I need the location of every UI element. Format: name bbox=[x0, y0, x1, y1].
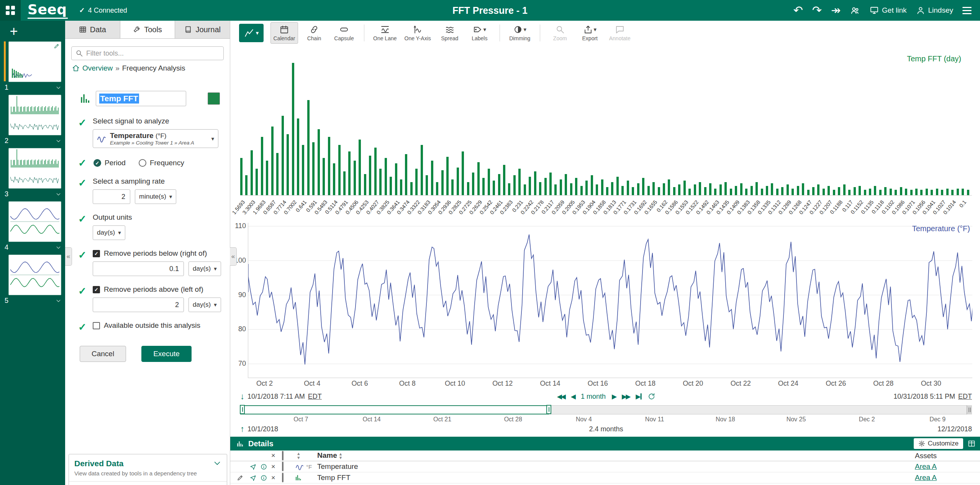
timeline-left-handle[interactable] bbox=[240, 405, 245, 414]
step-to-end-button[interactable]: ▶ bbox=[636, 393, 641, 401]
radio-frequency[interactable]: Frequency bbox=[139, 159, 184, 167]
timeline-end-grip[interactable] bbox=[967, 405, 972, 414]
redo-icon[interactable]: ↷ bbox=[812, 5, 822, 16]
sampling-unit-dropdown[interactable]: minute(s)▾ bbox=[135, 189, 176, 204]
sort-icon[interactable]: ▴▾ bbox=[297, 452, 300, 460]
color-swatch[interactable] bbox=[208, 92, 220, 105]
details-table-row[interactable]: ×Temp FFTArea A bbox=[230, 472, 980, 483]
chevron-down-icon[interactable] bbox=[56, 245, 61, 250]
details-table-row[interactable]: ×°FTemperatureArea A bbox=[230, 461, 980, 472]
checkbox-checked-icon[interactable]: ✓ bbox=[93, 286, 100, 293]
toolbar-capsule-button[interactable]: Capsule bbox=[330, 22, 358, 44]
remove-above-unit-dropdown[interactable]: day(s)▾ bbox=[188, 298, 221, 312]
derived-data-item[interactable]: Temp FFT bbox=[69, 481, 227, 485]
jump-to-icon[interactable] bbox=[250, 464, 256, 470]
cancel-button[interactable]: Cancel bbox=[80, 346, 126, 362]
jump-to-icon[interactable] bbox=[250, 475, 256, 481]
home-icon[interactable] bbox=[72, 64, 80, 72]
add-worksheet-button[interactable]: + bbox=[8, 25, 20, 38]
temperature-chart[interactable]: Temperature (°F) 110100908070 Oct 2Oct 4… bbox=[230, 223, 972, 388]
temperature-plot-area[interactable]: Temperature (°F) 110100908070 bbox=[248, 223, 972, 378]
toolbar-chain-button[interactable]: Chain bbox=[300, 22, 328, 44]
tab-tools[interactable]: Tools bbox=[120, 21, 175, 38]
range-start-timezone-link[interactable]: EDT bbox=[308, 393, 322, 401]
info-icon[interactable] bbox=[261, 475, 267, 481]
toolbar-annotate-button[interactable]: Annotate bbox=[606, 22, 634, 44]
collapse-tools-panel-handle[interactable]: « bbox=[230, 247, 237, 266]
step-forward-much-button[interactable]: ▶▶ bbox=[622, 393, 629, 401]
collapse-thumbstrip-handle[interactable]: « bbox=[65, 247, 72, 266]
toolbar-dimming-button[interactable]: ▾ Dimming bbox=[506, 22, 534, 44]
toolbar-spread-button[interactable]: Spread bbox=[436, 22, 464, 44]
assets-column-header[interactable]: Assets bbox=[915, 452, 969, 460]
worksheet-thumbnail[interactable] bbox=[8, 201, 61, 242]
table-view-icon[interactable] bbox=[968, 440, 975, 447]
breadcrumb-overview[interactable]: Overview bbox=[82, 64, 113, 72]
checkbox-unchecked-icon[interactable] bbox=[93, 322, 100, 329]
app-launcher-button[interactable] bbox=[0, 0, 21, 21]
tool-name-input[interactable]: Temp FFT bbox=[96, 91, 187, 106]
user-menu[interactable]: Lindsey bbox=[916, 6, 954, 15]
signal-select[interactable]: Temperature (°F) Example » Cooling Tower… bbox=[93, 129, 218, 148]
remove-above-checkbox-row[interactable]: ✓ Remove periods above (left of) bbox=[93, 285, 221, 294]
fft-plot-area[interactable] bbox=[240, 63, 972, 196]
worksheet-thumbnail[interactable] bbox=[8, 255, 61, 295]
chevron-down-icon[interactable] bbox=[56, 298, 61, 304]
users-icon[interactable] bbox=[850, 5, 860, 15]
row-checkbox[interactable] bbox=[282, 462, 284, 471]
chevron-down-icon[interactable] bbox=[213, 459, 221, 467]
customize-button[interactable]: Customize bbox=[914, 438, 963, 449]
timeline-right-handle[interactable] bbox=[546, 405, 551, 414]
worksheet-thumbnail[interactable] bbox=[8, 148, 61, 189]
remove-icon[interactable]: × bbox=[271, 474, 282, 482]
step-forward-button[interactable]: ▶ bbox=[612, 393, 616, 401]
fft-chart[interactable]: Temp FFT (day) 1.56933.30031.96830.85870… bbox=[240, 48, 972, 223]
timeline-scrubber[interactable] bbox=[240, 405, 972, 414]
checkbox-checked-icon[interactable]: ✓ bbox=[93, 250, 100, 257]
remove-below-unit-dropdown[interactable]: day(s)▾ bbox=[188, 261, 221, 276]
step-back-button[interactable]: ◀ bbox=[571, 393, 575, 401]
remove-below-checkbox-row[interactable]: ✓ Remove periods below (right of) bbox=[93, 249, 221, 258]
tab-journal[interactable]: Journal bbox=[175, 21, 230, 38]
radio-period[interactable]: ✓ Period bbox=[93, 159, 126, 167]
remove-below-input[interactable]: 0.1 bbox=[93, 261, 184, 276]
chevron-down-icon[interactable] bbox=[56, 191, 61, 197]
toolbar-zoom-button[interactable]: Zoom bbox=[546, 22, 574, 44]
range-end-timezone-link[interactable]: EDT bbox=[958, 393, 972, 401]
worksheet-thumbnail[interactable] bbox=[8, 95, 61, 135]
redo-all-icon[interactable]: ↠ bbox=[831, 5, 841, 16]
chevron-down-icon[interactable] bbox=[56, 85, 61, 90]
execute-button[interactable]: Execute bbox=[141, 346, 192, 362]
connection-status[interactable]: ✓ 4 Connected bbox=[79, 6, 127, 15]
toolbar-export-button[interactable]: ▾ Export bbox=[576, 22, 604, 44]
row-checkbox[interactable] bbox=[282, 473, 284, 482]
sampling-rate-input[interactable]: 2 bbox=[93, 189, 130, 204]
chevron-down-icon[interactable] bbox=[56, 138, 61, 144]
info-icon[interactable] bbox=[261, 464, 267, 470]
select-all-checkbox[interactable] bbox=[282, 451, 284, 460]
step-back-much-button[interactable]: ◀◀ bbox=[557, 393, 565, 401]
undo-icon[interactable]: ↶ bbox=[793, 5, 803, 16]
toolbar-one-y-axis-button[interactable]: One Y-Axis bbox=[402, 22, 434, 44]
toolbar-labels-button[interactable]: ▾ Labels bbox=[466, 22, 493, 44]
view-selector-button[interactable]: ▾ bbox=[239, 24, 264, 42]
sort-icon[interactable]: ▴▾ bbox=[339, 452, 342, 460]
toolbar-one-lane-button[interactable]: One Lane bbox=[370, 22, 400, 44]
remove-icon[interactable]: × bbox=[271, 463, 282, 471]
remove-all-icon[interactable]: × bbox=[271, 452, 282, 460]
asset-link[interactable]: Area A bbox=[915, 462, 937, 470]
asset-link[interactable]: Area A bbox=[915, 473, 937, 482]
hamburger-menu-icon[interactable] bbox=[962, 7, 972, 14]
auto-update-icon[interactable] bbox=[647, 393, 655, 400]
name-column-header[interactable]: Name bbox=[317, 451, 337, 459]
output-unit-dropdown[interactable]: day(s)▾ bbox=[93, 225, 125, 240]
tab-data[interactable]: Data bbox=[65, 21, 120, 38]
filter-tools-input[interactable] bbox=[71, 46, 224, 60]
remove-above-input[interactable]: 2 bbox=[93, 298, 184, 312]
get-link-button[interactable]: Get link bbox=[870, 6, 906, 15]
available-outside-checkbox-row[interactable]: Available outside this analysis bbox=[93, 321, 220, 330]
timeline-selection[interactable] bbox=[240, 405, 549, 414]
toolbar-calendar-button[interactable]: Calendar bbox=[270, 22, 298, 44]
worksheet-thumbnail[interactable] bbox=[8, 41, 61, 82]
duration-button[interactable]: 1 month bbox=[581, 393, 606, 401]
